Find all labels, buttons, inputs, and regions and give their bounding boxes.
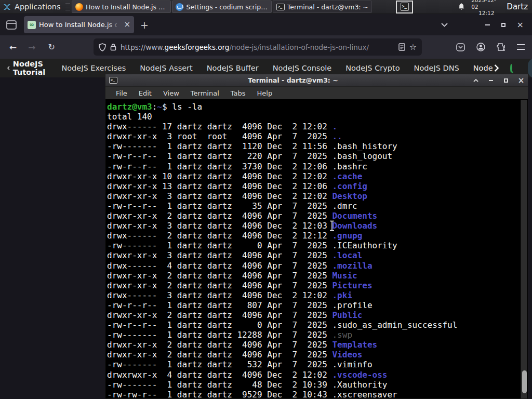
chevron-left-icon xyxy=(7,64,10,72)
codium-icon xyxy=(176,3,183,11)
taskbar-window-label: Terminal - dartz@vm3: ~ xyxy=(287,3,368,11)
terminal-line: -rw------- 1 dartz dartz 0 Apr 7 2025 .I… xyxy=(107,241,528,250)
forward-button[interactable]: → xyxy=(28,42,35,52)
minimize-icon[interactable] xyxy=(485,24,490,25)
chevron-right-icon xyxy=(494,64,499,72)
nav-nodejs-console[interactable]: NodeJS Console xyxy=(273,64,332,72)
scrollbar-thumb[interactable] xyxy=(522,370,527,393)
terminal-window-controls: × xyxy=(473,77,524,84)
close-icon[interactable]: × xyxy=(517,21,524,29)
terminal-icon: >_ xyxy=(276,4,285,10)
terminal-line: -rw-rw-r-- 1 dartz dartz 9529 Dec 2 10:4… xyxy=(107,390,528,398)
terminal-line: -rw-r--r-- 1 dartz dartz 35 Apr 7 2025 .… xyxy=(107,201,528,211)
browser-tab[interactable]: ∞ How to Install Node.js on × xyxy=(24,16,134,33)
url-path: /node-js/installation-of-node-js-on-linu… xyxy=(229,43,369,51)
nav-next-scroll[interactable]: Node xyxy=(473,64,499,72)
terminal-line: dartz@vm3:~$ ls -la xyxy=(107,102,528,112)
minimize-icon[interactable] xyxy=(488,77,494,84)
browser-window-controls: × xyxy=(485,21,524,29)
menu-terminal[interactable]: Terminal xyxy=(185,89,225,97)
account-icon[interactable] xyxy=(476,43,485,51)
menu-edit[interactable]: Edit xyxy=(133,89,157,97)
taskbar-window-codium[interactable]: Settings - codium script... xyxy=(172,1,271,13)
firefox-view-icon[interactable] xyxy=(6,20,17,30)
terminal-line: drwx------ 2 dartz dartz 4096 Dec 2 12:1… xyxy=(107,231,528,241)
terminal-line: total 140 xyxy=(107,112,528,122)
nav-nodejs-exercises[interactable]: NodeJS Exercises xyxy=(61,64,126,72)
terminal-line: drwx------ 17 dartz dartz 4096 Dec 2 12:… xyxy=(107,122,528,131)
applications-label: Applications xyxy=(15,3,61,11)
tab-title: How to Install Node.js on xyxy=(39,21,117,29)
reader-mode-icon[interactable] xyxy=(398,43,405,51)
terminal-line: drwx------ 3 dartz dartz 4096 Dec 2 12:0… xyxy=(107,290,528,300)
terminal-line: drwxr-xr-x 2 dartz dartz 4096 Apr 7 2025… xyxy=(107,211,528,221)
tab-close-icon[interactable]: × xyxy=(124,21,130,29)
menu-file[interactable]: File xyxy=(110,89,133,97)
menu-help[interactable]: Help xyxy=(251,89,278,97)
list-all-tabs-chevron-icon[interactable] xyxy=(441,23,448,27)
lock-icon[interactable] xyxy=(110,43,116,51)
nav-nodejs-crypto[interactable]: NodeJS Crypto xyxy=(345,64,400,72)
tray-focused-app-icon[interactable]: >_ xyxy=(396,1,413,14)
clock-date: 2025-12-02 xyxy=(471,0,501,10)
maximize-icon[interactable] xyxy=(503,77,509,84)
terminal-line: -rw-r--r-- 1 dartz dartz 0 Apr 7 2025 .s… xyxy=(107,320,528,330)
nav-nodejs-assert[interactable]: NodeJS Assert xyxy=(140,64,193,72)
geeksforgeeks-favicon: ∞ xyxy=(28,21,36,29)
taskbar-window-label: Settings - codium script... xyxy=(186,3,268,11)
panel-user-menu[interactable]: Dartz xyxy=(507,2,528,11)
new-tab-button[interactable]: + xyxy=(140,19,149,31)
nav-nodejs-buffer[interactable]: NodeJS Buffer xyxy=(207,64,259,72)
terminal-line: -rw------- 1 dartz dartz 48 Dec 2 10:39 … xyxy=(107,380,528,390)
terminal-line: -rw-r--r-- 1 dartz dartz 220 Apr 7 2025 … xyxy=(107,151,528,161)
terminal-icon: >_ xyxy=(109,77,117,84)
menu-view[interactable]: View xyxy=(157,89,185,97)
tab-title-fade xyxy=(107,16,121,33)
taskbar-window-terminal[interactable]: >_ Terminal - dartz@vm3: ~ xyxy=(273,1,372,13)
nav-nodejs-dns[interactable]: NodeJS DNS xyxy=(414,64,459,72)
terminal-line: -rw------- 1 dartz dartz 12288 Apr 7 202… xyxy=(107,330,528,340)
terminal-line: drwxr-xr-x 2 dartz dartz 4096 Apr 7 2025… xyxy=(107,340,528,350)
terminal-line: -rw------- 1 dartz dartz 1120 Dec 2 11:5… xyxy=(107,141,528,151)
pocket-save-icon[interactable] xyxy=(456,43,465,51)
terminal-line: drwxr-xr-x 2 dartz dartz 4096 Apr 7 2025… xyxy=(107,350,528,360)
clock-time: 12:12 xyxy=(478,10,494,16)
shade-icon[interactable] xyxy=(473,77,479,84)
terminal-scrollbar[interactable] xyxy=(521,100,527,398)
terminal-line: drwxr-xr-x 3 dartz dartz 4096 Apr 7 2025… xyxy=(107,250,528,260)
applications-menu-button[interactable]: Applications xyxy=(0,0,64,14)
terminal-line: drwxr-xr-x 3 dartz dartz 4096 Dec 2 12:0… xyxy=(107,221,528,231)
panel-clock[interactable]: 2025-12-02 12:12 xyxy=(471,0,501,17)
taskbar-window-firefox[interactable]: How to Install Node.js o... xyxy=(72,1,171,13)
terminal-icon: >_ xyxy=(401,3,409,11)
url-text[interactable]: https://www.geeksforgeeks.org/node-js/in… xyxy=(121,43,394,51)
back-button[interactable]: ← xyxy=(9,42,17,52)
nav-nodejs-tutorial[interactable]: NodeJS Tutorial xyxy=(7,60,47,76)
bookmark-star-icon[interactable]: ☆ xyxy=(409,42,417,52)
notification-bell-icon[interactable] xyxy=(458,3,465,11)
shield-icon[interactable] xyxy=(99,43,106,51)
reload-button[interactable]: ↻ xyxy=(48,42,55,52)
url-bar[interactable]: https://www.geeksforgeeks.org/node-js/in… xyxy=(94,38,422,56)
terminal-title: Terminal - dartz@vm3: ~ xyxy=(117,76,469,84)
text-cursor-pointer xyxy=(329,220,335,231)
terminal-output[interactable]: dartz@vm3:~$ ls -latotal 140drwx------ 1… xyxy=(105,100,528,398)
terminal-line: drwxr-xr-x 3 root root 4096 Apr 7 2025 .… xyxy=(107,131,528,141)
url-scheme: https://www. xyxy=(121,43,165,51)
menu-tabs[interactable]: Tabs xyxy=(225,89,251,97)
terminal-line: -rw-r--r-- 1 dartz dartz 3730 Dec 2 12:0… xyxy=(107,162,528,171)
url-host: geeksforgeeks.org xyxy=(165,43,230,51)
maximize-icon[interactable] xyxy=(501,23,506,27)
terminal-window: >_ Terminal - dartz@vm3: ~ × File Edit V… xyxy=(105,74,528,399)
firefox-icon xyxy=(75,3,83,11)
close-icon[interactable]: × xyxy=(518,77,524,84)
terminal-line: drwxr-xr-x 3 dartz dartz 4096 Dec 2 12:0… xyxy=(107,191,528,201)
terminal-line: drwx------ 4 dartz dartz 4096 Apr 7 2025… xyxy=(107,261,528,271)
site-search-icon[interactable] xyxy=(510,64,512,73)
extensions-puzzle-icon[interactable] xyxy=(497,43,506,51)
terminal-line: drwxr-xr-x 10 dartz dartz 4096 Dec 2 12:… xyxy=(107,171,528,181)
terminal-title-bar[interactable]: >_ Terminal - dartz@vm3: ~ × xyxy=(105,74,528,87)
terminal-line: drwxr-xr-x 2 dartz dartz 4096 Apr 7 2025… xyxy=(107,310,528,320)
panel-separator xyxy=(65,3,71,10)
menu-hamburger-icon[interactable] xyxy=(517,44,525,50)
